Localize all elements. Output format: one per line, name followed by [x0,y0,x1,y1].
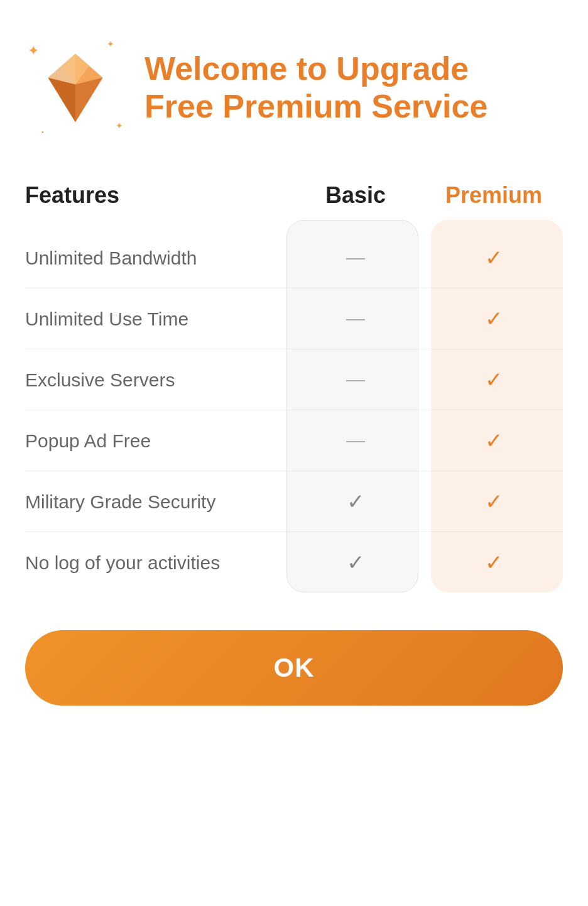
comparison-table: Features Basic Premium Unlimited Bandwid… [25,176,563,592]
dash-icon: — [346,370,365,389]
check-icon: ✓ [485,428,503,453]
feature-unlimited-use-time: Unlimited Use Time [25,288,286,349]
basic-unlimited-bandwidth: — [286,227,425,288]
feature-popup-ad-free: Popup Ad Free [25,410,286,471]
premium-unlimited-use-time: ✓ [425,288,563,349]
check-gray-icon: ✓ [347,489,364,514]
ok-button[interactable]: OK [25,630,563,706]
gem-icon: ✦ ✦ ✦ • [25,38,126,138]
basic-exclusive-servers: — [286,349,425,410]
basic-unlimited-use-time: — [286,288,425,349]
svg-marker-4 [75,78,102,122]
basic-military-grade-security: ✓ [286,471,425,532]
feature-military-grade-security: Military Grade Security [25,471,286,532]
page-header: ✦ ✦ ✦ • Welcome to Upgrade Free Premium … [25,38,563,138]
basic-popup-ad-free: — [286,410,425,471]
header-title: Welcome to Upgrade Free Premium Service [144,50,563,126]
check-icon: ✓ [485,367,503,392]
premium-popup-ad-free: ✓ [425,410,563,471]
check-icon: ✓ [485,489,503,514]
dash-icon: — [346,309,365,328]
check-icon: ✓ [485,306,503,331]
check-icon: ✓ [485,550,503,575]
sparkle-3: ✦ [116,121,123,131]
feature-exclusive-servers: Exclusive Servers [25,349,286,410]
premium-no-log: ✓ [425,532,563,592]
sparkle-4: • [41,129,44,136]
check-icon: ✓ [485,245,503,270]
basic-no-log: ✓ [286,532,425,592]
dash-icon: — [346,431,365,450]
premium-exclusive-servers: ✓ [425,349,563,410]
feature-no-log: No log of your activities [25,532,286,592]
premium-military-grade-security: ✓ [425,471,563,532]
header-text: Welcome to Upgrade Free Premium Service [144,50,563,126]
gem-svg [35,47,116,129]
check-gray-icon: ✓ [347,550,364,575]
table-grid: Features Basic Premium Unlimited Bandwid… [25,176,563,592]
col-header-features: Features [25,176,286,227]
feature-unlimited-bandwidth: Unlimited Bandwidth [25,227,286,288]
dash-icon: — [346,248,365,267]
premium-unlimited-bandwidth: ✓ [425,227,563,288]
svg-marker-3 [48,78,75,122]
